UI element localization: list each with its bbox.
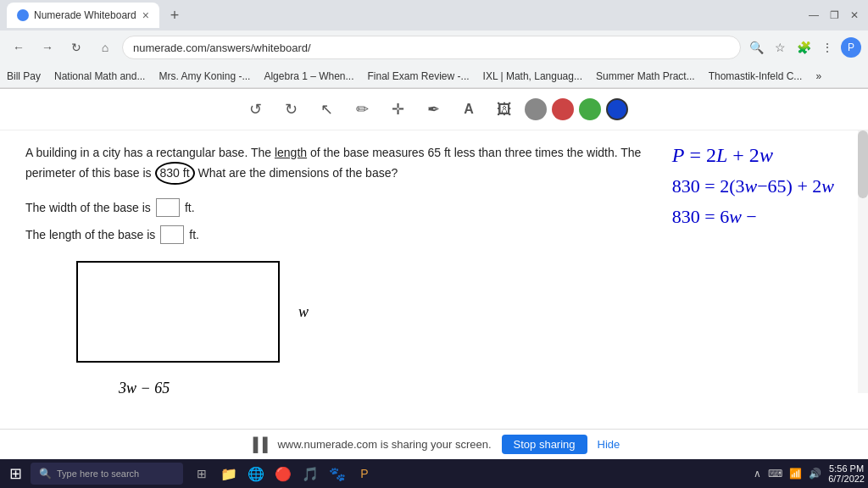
- taskbar-file-explorer[interactable]: 📁: [217, 462, 241, 485]
- share-notification: ▐▐ www.numerade.com is sharing your scre…: [0, 429, 868, 459]
- circled-perimeter: 830 ft: [155, 162, 195, 185]
- address-input[interactable]: [122, 36, 741, 59]
- browser-chrome: Numerade Whiteboard × + — ❐ ✕ ← → ↻ ⌂ 🔍 …: [0, 0, 868, 89]
- length-label-drawing: 3w − 65: [119, 380, 170, 393]
- color-blue[interactable]: [606, 98, 628, 120]
- bookmark-amy-koning[interactable]: Mrs. Amy Koning -...: [159, 70, 250, 82]
- profile-icon[interactable]: P: [841, 37, 861, 58]
- taskbar-chrome[interactable]: 🔴: [271, 462, 295, 485]
- taskbar-music[interactable]: 🎵: [298, 462, 322, 485]
- bookmark-icon[interactable]: ☆: [770, 37, 790, 58]
- window-controls: — ❐ ✕: [807, 8, 861, 22]
- more-icon[interactable]: ⋮: [817, 37, 837, 58]
- bookmark-final-exam[interactable]: Final Exam Review -...: [368, 70, 470, 82]
- minimize-button[interactable]: —: [807, 8, 821, 22]
- width-unit: ft.: [185, 201, 195, 214]
- bookmark-summer-math[interactable]: Summer Math Pract...: [596, 70, 695, 82]
- extension-icon[interactable]: 🧩: [793, 37, 814, 58]
- undo-button[interactable]: ↺: [240, 94, 270, 125]
- width-label: The width of the base is: [25, 201, 151, 214]
- whiteboard-toolbar: ↺ ↻ ↖ ✏ ✛ ✒ A 🖼: [0, 89, 868, 130]
- bookmarks-bar: Bill Pay National Math and... Mrs. Amy K…: [0, 64, 868, 88]
- sys-icon-1: ∧: [754, 468, 761, 480]
- tab-close-button[interactable]: ×: [142, 8, 149, 22]
- share-text: www.numerade.com is sharing your screen.: [277, 438, 491, 451]
- problem-text-line1: A building in a city has a rectangular b…: [25, 146, 641, 159]
- drawing-area: w 3w − 65: [25, 252, 843, 393]
- stop-sharing-button[interactable]: Stop sharing: [502, 435, 587, 454]
- problem-text-line2: perimeter of this base is 830 ft What ar…: [25, 166, 398, 180]
- w-label: w: [298, 303, 309, 321]
- taskbar-task-view[interactable]: ⊞: [190, 462, 214, 485]
- search-icon-taskbar: 🔍: [39, 468, 52, 480]
- address-bar: ← → ↻ ⌂ 🔍 ☆ 🧩 ⋮ P: [0, 30, 868, 64]
- tab-bar: Numerade Whiteboard × + — ❐ ✕: [0, 0, 868, 30]
- equation-1: P = 2L + 2w: [672, 144, 834, 167]
- taskbar-datetime[interactable]: 5:56 PM 6/7/2022: [828, 463, 865, 484]
- taskbar-edge[interactable]: 🌐: [244, 462, 268, 485]
- image-button[interactable]: 🖼: [489, 94, 520, 125]
- equation-3: 830 = 6w −: [672, 206, 834, 228]
- active-tab[interactable]: Numerade Whiteboard ×: [7, 3, 159, 28]
- bookmark-thomastik[interactable]: Thomastik-Infeld C...: [709, 70, 803, 82]
- scrollbar-thumb[interactable]: [858, 130, 868, 198]
- width-input-box[interactable]: [156, 198, 180, 217]
- sys-icon-network: 📶: [789, 468, 802, 480]
- tab-title: Numerade Whiteboard: [34, 9, 137, 21]
- length-input-box[interactable]: [160, 225, 184, 244]
- taskbar-app6[interactable]: 🐾: [326, 462, 349, 485]
- search-icon[interactable]: 🔍: [746, 37, 766, 58]
- equation-2: 830 = 2(3w−65) + 2w: [672, 175, 834, 197]
- back-button[interactable]: ←: [7, 36, 31, 59]
- share-icon: ▐▐: [248, 437, 268, 452]
- rectangle-sketch: [76, 261, 280, 363]
- restore-button[interactable]: ❐: [827, 8, 841, 22]
- close-window-button[interactable]: ✕: [848, 8, 861, 22]
- length-unit: ft.: [189, 228, 199, 241]
- underline-length: length: [275, 146, 307, 159]
- hide-button[interactable]: Hide: [598, 438, 620, 451]
- taskbar-search-label[interactable]: Type here to search: [57, 469, 139, 479]
- equations-area: P = 2L + 2w 830 = 2(3w−65) + 2w 830 = 6w…: [672, 144, 834, 228]
- sys-icon-volume: 🔊: [809, 468, 821, 480]
- pencil-button[interactable]: ✏: [347, 94, 377, 125]
- text-button[interactable]: A: [453, 94, 484, 125]
- taskbar-system-tray: ∧ ⌨ 📶 🔊 5:56 PM 6/7/2022: [754, 463, 865, 484]
- taskbar: ⊞ 🔍 Type here to search ⊞ 📁 🌐 🔴 🎵 🐾 P ∧ …: [0, 459, 868, 488]
- new-tab-button[interactable]: +: [163, 3, 186, 27]
- home-button[interactable]: ⌂: [93, 36, 117, 59]
- refresh-button[interactable]: ↻: [64, 36, 88, 59]
- select-button[interactable]: ↖: [311, 94, 342, 125]
- bookmark-more[interactable]: »: [815, 70, 821, 82]
- problem-text: A building in a city has a rectangular b…: [25, 144, 754, 185]
- taskbar-pinned-icons: ⊞ 📁 🌐 🔴 🎵 🐾 P: [190, 462, 376, 485]
- length-blank-row: The length of the base is ft.: [25, 225, 843, 244]
- shape-button[interactable]: ✛: [382, 94, 413, 125]
- bookmark-national-math[interactable]: National Math and...: [54, 70, 145, 82]
- bookmark-ixl[interactable]: IXL | Math, Languag...: [483, 70, 582, 82]
- taskbar-app7[interactable]: P: [353, 462, 376, 485]
- forward-button[interactable]: →: [36, 36, 59, 59]
- taskbar-time-value: 5:56 PM: [828, 463, 865, 474]
- length-label: The length of the base is: [25, 228, 155, 241]
- whiteboard-content: A building in a city has a rectangular b…: [0, 130, 868, 393]
- scrollbar[interactable]: [858, 130, 868, 393]
- pen-button[interactable]: ✒: [418, 94, 448, 125]
- sys-icon-keyboard: ⌨: [768, 468, 782, 480]
- bookmark-algebra[interactable]: Algebra 1 – When...: [264, 70, 353, 82]
- color-green[interactable]: [579, 98, 601, 120]
- taskbar-date-value: 6/7/2022: [828, 474, 865, 484]
- redo-button[interactable]: ↻: [275, 94, 306, 125]
- tab-favicon: [17, 9, 29, 21]
- color-gray[interactable]: [525, 98, 547, 120]
- bookmark-bill-pay[interactable]: Bill Pay: [7, 70, 41, 82]
- color-red[interactable]: [552, 98, 574, 120]
- windows-start-button[interactable]: ⊞: [3, 462, 27, 485]
- taskbar-search[interactable]: 🔍 Type here to search: [31, 463, 183, 485]
- address-icons: 🔍 ☆ 🧩 ⋮ P: [746, 37, 861, 58]
